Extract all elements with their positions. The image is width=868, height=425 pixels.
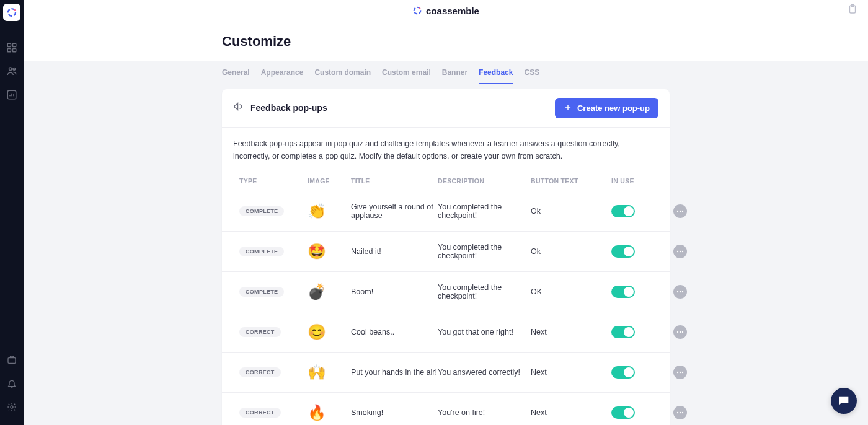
type-pill: CORRECT [239,367,281,377]
type-pill: COMPLETE [239,206,284,216]
svg-point-6 [9,68,12,71]
in-use-toggle[interactable] [611,366,635,379]
table-row: CORRECT😊Cool beans..You got that one rig… [222,312,670,353]
in-use-toggle[interactable] [611,406,635,419]
col-description: DESCRIPTION [438,177,531,185]
chat-launcher[interactable] [831,388,857,414]
table-row: COMPLETE👏Give yourself a round of applau… [222,191,670,232]
svg-rect-2 [7,43,11,46]
tabs: GeneralAppearanceCustom domainCustom ema… [222,61,670,84]
megaphone-icon [233,101,244,115]
more-options-button[interactable] [673,245,687,258]
in-use-toggle[interactable] [611,205,635,217]
tab-custom-domain[interactable]: Custom domain [314,68,371,84]
row-image: 😊 [308,323,351,341]
sidebar [0,0,24,425]
tab-feedback[interactable]: Feedback [479,68,513,84]
more-options-button[interactable] [673,366,687,379]
col-image: IMAGE [308,177,351,185]
svg-point-7 [13,68,16,70]
svg-point-29 [682,372,683,373]
svg-point-24 [677,331,678,333]
row-title: Give yourself a round of applause [351,203,438,220]
row-title: Smoking! [351,408,438,417]
bell-icon[interactable] [0,372,24,395]
svg-rect-3 [13,43,16,46]
svg-point-26 [682,331,683,333]
svg-point-32 [682,412,683,413]
topbar: coassemble [24,0,868,22]
row-button-text: Next [531,368,611,377]
type-pill: COMPLETE [239,287,284,297]
svg-point-17 [682,211,683,212]
row-description: You got that one right! [438,328,531,336]
tab-custom-email[interactable]: Custom email [382,68,431,84]
svg-point-21 [677,291,678,292]
row-button-text: Next [531,408,611,417]
row-button-text: Ok [531,247,611,256]
svg-point-30 [677,412,678,413]
svg-point-20 [682,251,683,252]
row-description: You completed the checkpoint! [438,243,531,260]
svg-point-15 [677,211,678,212]
row-title: Put your hands in the air! [351,368,438,377]
briefcase-icon[interactable] [0,348,24,372]
col-button-text: BUTTON TEXT [531,177,611,185]
row-image: 🔥 [308,404,351,421]
row-title: Cool beans.. [351,328,438,336]
svg-point-27 [677,372,678,373]
more-options-button[interactable] [673,285,687,299]
card-title: Feedback pop-ups [250,103,327,113]
create-popup-label: Create new pop-up [577,103,650,113]
tab-appearance[interactable]: Appearance [261,68,304,84]
svg-point-10 [11,406,13,408]
more-options-button[interactable] [673,406,687,419]
row-image: 💣 [308,283,351,300]
clipboard-icon[interactable] [847,4,858,17]
feedback-card: Feedback pop-ups Create new pop-up Feedb… [222,89,670,425]
app-logo[interactable] [3,4,20,21]
tab-general[interactable]: General [222,68,250,84]
tab-banner[interactable]: Banner [442,68,467,84]
more-options-button[interactable] [673,204,687,218]
table-row: CORRECT🔥Smoking!You're on fire!Next [222,393,670,425]
card-description: Feedback pop-ups appear in pop quiz and … [222,128,670,172]
svg-point-18 [677,251,678,252]
svg-point-1 [14,9,16,11]
row-description: You answered correctly! [438,368,531,377]
type-pill: CORRECT [239,408,281,418]
analytics-icon[interactable] [0,83,24,107]
svg-rect-4 [7,49,11,52]
col-type: TYPE [239,177,308,185]
row-button-text: OK [531,287,611,296]
in-use-toggle[interactable] [611,286,635,298]
row-image: 🙌 [308,364,351,381]
row-title: Boom! [351,287,438,296]
row-description: You're on fire! [438,408,531,417]
grid-icon[interactable] [0,36,24,59]
col-title: TITLE [351,177,438,185]
in-use-toggle[interactable] [611,326,635,338]
tab-css[interactable]: CSS [524,68,539,84]
svg-point-12 [419,8,421,10]
svg-point-28 [680,372,681,373]
people-icon[interactable] [0,59,24,83]
svg-point-31 [680,412,681,413]
col-in-use: IN USE [611,177,673,185]
row-description: You completed the checkpoint! [438,283,531,300]
svg-point-23 [682,291,683,292]
svg-point-22 [680,291,681,292]
in-use-toggle[interactable] [611,245,635,258]
table-row: COMPLETE🤩Nailed it!You completed the che… [222,232,670,272]
row-image: 👏 [308,203,351,220]
brand-text: coassemble [426,6,479,16]
row-title: Nailed it! [351,247,438,256]
svg-point-19 [680,251,681,252]
more-options-button[interactable] [673,325,687,339]
create-popup-button[interactable]: Create new pop-up [555,98,658,118]
table-header: TYPE IMAGE TITLE DESCRIPTION BUTTON TEXT… [222,172,670,191]
settings-icon[interactable] [0,395,24,419]
brand: coassemble [412,6,479,16]
svg-rect-5 [13,49,16,52]
row-image: 🤩 [308,243,351,260]
